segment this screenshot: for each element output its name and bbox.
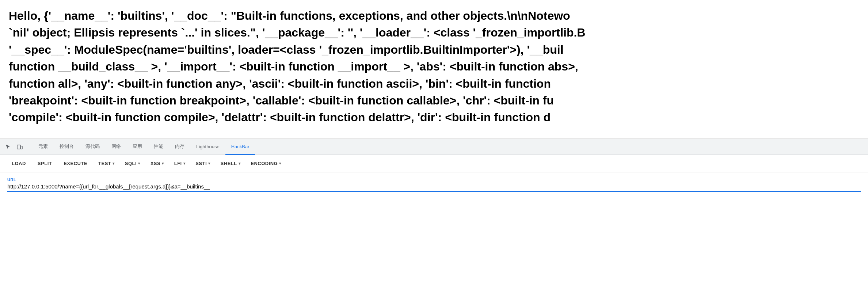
sqli-dropdown-arrow: ▾ bbox=[138, 161, 140, 165]
tab-performance[interactable]: 性能 bbox=[148, 139, 169, 155]
hackbar-sqli-button[interactable]: SQLI ▾ bbox=[120, 159, 145, 168]
test-dropdown-arrow: ▾ bbox=[113, 161, 115, 165]
ssti-dropdown-arrow: ▾ bbox=[208, 161, 210, 165]
hackbar-load-button[interactable]: LOAD bbox=[6, 159, 32, 168]
tab-hackbar[interactable]: HackBar bbox=[225, 139, 255, 155]
hackbar-lfi-button[interactable]: LFI ▾ bbox=[169, 159, 191, 168]
svg-rect-0 bbox=[17, 145, 20, 149]
hackbar-xss-button[interactable]: XSS ▾ bbox=[145, 159, 169, 168]
devtools-tabs: 元素 控制台 源代码 网络 应用 性能 内存 Lighthouse HackBa… bbox=[33, 139, 255, 154]
hackbar-ssti-button[interactable]: SSTI ▾ bbox=[190, 159, 215, 168]
svg-rect-1 bbox=[21, 146, 22, 149]
tab-network[interactable]: 网络 bbox=[106, 139, 127, 155]
tab-console[interactable]: 控制台 bbox=[54, 139, 80, 155]
page-text: Hello, {'__name__': 'builtins', '__doc__… bbox=[9, 7, 859, 126]
lfi-dropdown-arrow: ▾ bbox=[183, 161, 186, 165]
toolbar-divider bbox=[28, 142, 28, 151]
tab-application[interactable]: 应用 bbox=[127, 139, 148, 155]
hackbar-panel: LOAD SPLIT EXECUTE TEST ▾ SQLI ▾ XSS ▾ L… bbox=[0, 155, 868, 195]
hackbar-url-section: URL http://127.0.0.1:5000/?name={{url_fo… bbox=[0, 172, 868, 195]
hackbar-execute-button[interactable]: EXECUTE bbox=[58, 159, 93, 168]
device-icon[interactable] bbox=[15, 142, 25, 152]
tab-elements[interactable]: 元素 bbox=[33, 139, 54, 155]
url-value[interactable]: http://127.0.0.1:5000/?name={{url_for.__… bbox=[7, 183, 861, 190]
tab-sources[interactable]: 源代码 bbox=[80, 139, 106, 155]
xss-dropdown-arrow: ▾ bbox=[162, 161, 164, 165]
main-content-area: Hello, {'__name__': 'builtins', '__doc__… bbox=[0, 0, 868, 139]
tab-memory[interactable]: 内存 bbox=[169, 139, 190, 155]
url-underline: http://127.0.0.1:5000/?name={{url_for.__… bbox=[7, 183, 861, 192]
shell-dropdown-arrow: ▾ bbox=[239, 161, 241, 165]
cursor-icon[interactable] bbox=[3, 142, 13, 152]
hackbar-encoding-button[interactable]: ENCODING ▾ bbox=[245, 159, 286, 168]
hackbar-toolbar: LOAD SPLIT EXECUTE TEST ▾ SQLI ▾ XSS ▾ L… bbox=[0, 155, 868, 172]
hackbar-test-button[interactable]: TEST ▾ bbox=[93, 159, 120, 168]
devtools-toolbar: 元素 控制台 源代码 网络 应用 性能 内存 Lighthouse HackBa… bbox=[0, 139, 868, 155]
encoding-dropdown-arrow: ▾ bbox=[279, 161, 281, 165]
tab-lighthouse[interactable]: Lighthouse bbox=[190, 139, 225, 155]
hackbar-split-button[interactable]: SPLIT bbox=[32, 159, 58, 168]
hackbar-shell-button[interactable]: SHELL ▾ bbox=[216, 159, 246, 168]
url-label: URL bbox=[7, 177, 861, 182]
